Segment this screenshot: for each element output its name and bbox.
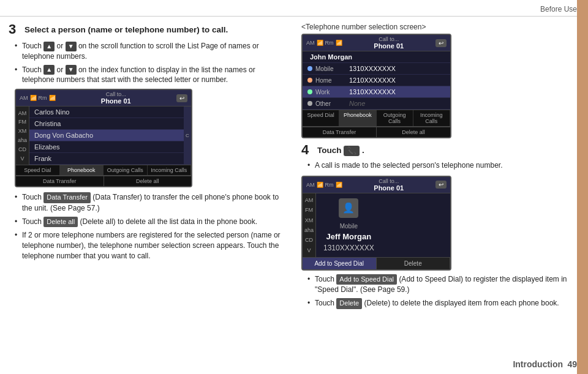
header-icons-1: AM 📶 Rm 📶 bbox=[20, 95, 56, 101]
add-to-speed-dial-btn[interactable]: Add to Speed Dial bbox=[303, 258, 377, 269]
step3-title: Select a person (name or telephone numbe… bbox=[24, 23, 228, 34]
band-aha-3: aha bbox=[304, 227, 314, 233]
or-text: or bbox=[57, 42, 66, 50]
call-contact-area: 👤 Mobile Jeff Morgan 1310XXXXXXX bbox=[316, 193, 382, 257]
phone-screen-3: AM 📶 Rm 📶 Call to... Phone 01 ↩ AM FM XM… bbox=[301, 176, 451, 271]
step4-header: 4 Touch 📞 . bbox=[301, 143, 579, 157]
detail-row-other[interactable]: Other None bbox=[303, 98, 450, 110]
contact-item[interactable]: Dong Von Gabacho bbox=[29, 130, 184, 141]
left-column: 3 Select a person (name or telephone num… bbox=[9, 23, 287, 367]
delete-all-btn-2[interactable]: Delete all bbox=[377, 127, 450, 137]
touch-label5: Touch bbox=[317, 146, 344, 155]
contact-name-display: John Morgan bbox=[307, 53, 352, 61]
band-aha: aha bbox=[18, 137, 27, 143]
index-up-btn[interactable]: ▲ bbox=[43, 65, 55, 75]
data-transfer-btn-2[interactable]: Data Transfer bbox=[303, 127, 377, 137]
header-icons-3: AM 📶 Rm 📶 bbox=[306, 182, 342, 188]
step4-more-bullets: Touch Add to Speed Dial (Add to Speed Di… bbox=[301, 274, 579, 309]
step4-bullets-top: A call is made to the selected person's … bbox=[301, 160, 579, 171]
band-am: AM bbox=[18, 110, 27, 116]
signal-icon: 📶 bbox=[30, 95, 37, 101]
tab-phonebook-2[interactable]: Phonebook bbox=[339, 110, 376, 126]
tab-incoming[interactable]: Incoming Calls bbox=[148, 165, 192, 175]
scroll-down-btn[interactable]: ▼ bbox=[66, 42, 77, 51]
phone-header-1: AM 📶 Rm 📶 Call to... Phone 01 ↩ bbox=[16, 90, 191, 107]
other-icon bbox=[307, 101, 312, 106]
back-button-1[interactable]: ↩ bbox=[176, 94, 187, 102]
contact-item[interactable]: Elizabes bbox=[29, 141, 184, 153]
tab-outgoing-2[interactable]: Outgoing Calls bbox=[377, 110, 413, 126]
phone-name-1: Phone 01 bbox=[58, 97, 175, 105]
tab-outgoing[interactable]: Outgoing Calls bbox=[104, 165, 148, 175]
tab-speed-dial-2[interactable]: Speed Dial bbox=[303, 110, 339, 126]
touch-after: . bbox=[362, 146, 364, 155]
contact-item[interactable]: Christina bbox=[29, 118, 184, 130]
phone-call-icon[interactable]: 📞 bbox=[344, 146, 360, 156]
tab-incoming-2[interactable]: Incoming Calls bbox=[413, 110, 450, 126]
alpha-letter: C bbox=[186, 133, 189, 138]
add-speed-dial-inline-btn[interactable]: Add to Speed Dial bbox=[336, 274, 397, 285]
band-col-1: AM FM XM aha CD V bbox=[16, 107, 29, 165]
phone-title-area-3: Call to... Phone 01 bbox=[345, 178, 434, 192]
phone-name-2: Phone 01 bbox=[345, 42, 434, 50]
right-sidebar-accent bbox=[577, 0, 588, 374]
call-to-label-3: Call to... bbox=[345, 178, 434, 184]
am-label3: AM bbox=[306, 182, 315, 188]
delete-call-btn[interactable]: Delete bbox=[377, 258, 451, 269]
phone-header-2: AM 📶 Rm 📶 Call to... Phone 01 ↩ bbox=[303, 35, 450, 51]
phone-bottom-bar-1: Data Transfer Delete all bbox=[16, 175, 191, 186]
am-label: AM bbox=[20, 95, 28, 101]
phone-bottom-bar-2: Data Transfer Delete all bbox=[303, 126, 450, 137]
delete-all-btn[interactable]: Delete all bbox=[104, 176, 192, 186]
list-item: If 2 or more telephone numbers are regis… bbox=[15, 230, 287, 261]
tab-phonebook[interactable]: Phonebook bbox=[60, 165, 104, 175]
step4-title: Touch 📞 . bbox=[317, 143, 364, 156]
work-icon bbox=[307, 89, 312, 94]
delete-inline-btn[interactable]: Delete bbox=[336, 298, 362, 309]
phone-body-1: AM FM XM aha CD V Carlos Nino Christina … bbox=[16, 107, 191, 165]
list-item: Touch ▲ or ▼ on the index function to di… bbox=[15, 65, 287, 86]
list-item: Touch ▲ or ▼ on the scroll function to s… bbox=[15, 41, 287, 62]
detail-row-work[interactable]: Work 1310XXXXXXX bbox=[303, 86, 450, 98]
tab-speed-dial[interactable]: Speed Dial bbox=[16, 165, 60, 175]
touch-label4: Touch bbox=[22, 217, 43, 226]
signal4-icon: 📶 bbox=[336, 40, 342, 46]
signal6-icon: 📶 bbox=[336, 182, 342, 188]
bullet4-text: (Delete all) to delete all the list data… bbox=[80, 217, 258, 226]
phone-detail-body: John Morgan Mobile 1310XXXXXXX Home 1210… bbox=[303, 51, 450, 110]
contact-list-1: Carlos Nino Christina Dong Von Gabacho E… bbox=[29, 107, 184, 165]
rm-label: Rm bbox=[39, 95, 47, 101]
header-label: Before Use bbox=[540, 5, 577, 13]
contact-name-row: John Morgan bbox=[303, 51, 450, 63]
content-area: 3 Select a person (name or telephone num… bbox=[0, 17, 588, 372]
signal3-icon: 📶 bbox=[317, 40, 323, 46]
bullet5-text: If 2 or more telephone numbers are regis… bbox=[22, 231, 281, 260]
phone-header-3: AM 📶 Rm 📶 Call to... Phone 01 ↩ bbox=[303, 177, 450, 193]
delete-all-inline-btn[interactable]: Delete all bbox=[43, 217, 78, 227]
touch-label3: Touch bbox=[22, 193, 43, 201]
none-value: None bbox=[349, 100, 365, 107]
data-transfer-btn[interactable]: Data Transfer bbox=[16, 176, 104, 186]
contact-item[interactable]: Frank bbox=[29, 153, 184, 165]
contact-avatar-icon: 👤 bbox=[339, 198, 358, 218]
data-transfer-inline-btn[interactable]: Data Transfer bbox=[43, 192, 91, 203]
am-label2: AM bbox=[306, 40, 315, 46]
back-button-2[interactable]: ↩ bbox=[435, 39, 447, 47]
band-xm: XM bbox=[18, 128, 27, 134]
band-v: V bbox=[20, 155, 24, 162]
band-v-3: V bbox=[307, 247, 311, 253]
index-down-btn[interactable]: ▼ bbox=[66, 65, 77, 75]
call-to-label-2: Call to... bbox=[345, 36, 434, 42]
detail-row-mobile[interactable]: Mobile 1310XXXXXXX bbox=[303, 63, 450, 75]
contact-item[interactable]: Carlos Nino bbox=[29, 107, 184, 118]
touch-label2: Touch bbox=[22, 65, 43, 74]
phone-tabs-2: Speed Dial Phonebook Outgoing Calls Inco… bbox=[303, 110, 450, 126]
tel-screen-label: <Telephone number selection screen> bbox=[301, 23, 579, 31]
band-am-3: AM bbox=[305, 197, 314, 203]
list-item: Touch Delete (Delete) to delete the disp… bbox=[307, 298, 579, 309]
call-contact-name: Jeff Morgan bbox=[326, 232, 372, 241]
scroll-up-btn[interactable]: ▲ bbox=[43, 42, 55, 51]
detail-row-home[interactable]: Home 1210XXXXXXX bbox=[303, 75, 450, 86]
right-column: <Telephone number selection screen> AM 📶… bbox=[299, 23, 579, 367]
back-button-3[interactable]: ↩ bbox=[435, 181, 447, 189]
